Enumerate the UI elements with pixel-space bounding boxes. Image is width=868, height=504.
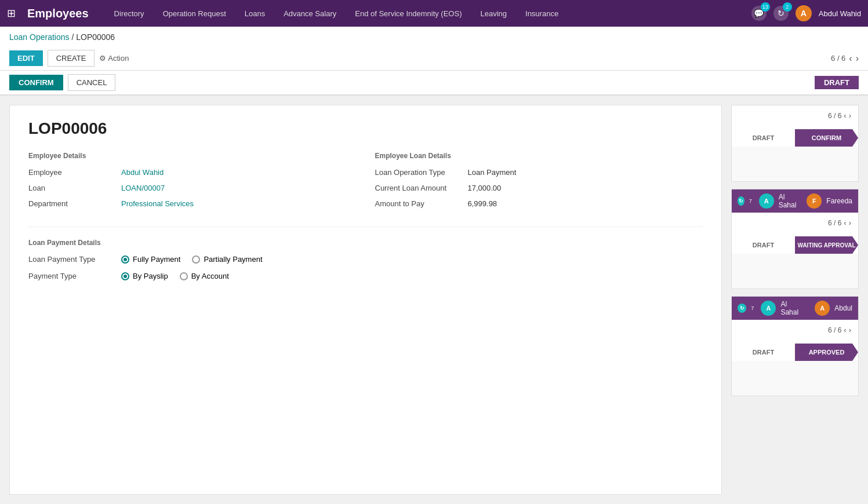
- nav-advance-salary[interactable]: Advance Salary: [279, 9, 341, 18]
- mini-card-3: ↻ 7 A Al Sahal A Abdul 6 / 6 ‹ › DRAFT: [731, 296, 859, 396]
- payment-details-header: Loan Payment Details: [28, 239, 703, 247]
- mini-user2-avatar-3: A: [815, 301, 830, 316]
- form-id: LOP00006: [28, 119, 703, 138]
- mini-user-bar-2: ↻ 7 A Al Sahal F Fareeda: [732, 189, 858, 213]
- action-bar: CONFIRM CANCEL DRAFT: [0, 71, 868, 96]
- draft-status-2: DRAFT: [732, 236, 795, 254]
- payment-type-radio-group: Fully Payment Partially Payment: [121, 255, 263, 264]
- by-payslip-radio[interactable]: [121, 272, 129, 280]
- mini-status-bar-1: DRAFT CONFIRM: [732, 129, 858, 147]
- mini-pagination-1-label: 6 / 6: [828, 112, 841, 120]
- mini-card-3-top: 6 / 6 ‹ ›: [732, 320, 858, 344]
- amount-to-pay-label: Amount to Pay: [375, 199, 468, 208]
- loan-operation-type-label: Loan Operation Type: [375, 168, 468, 177]
- messages-icon[interactable]: 💬 13: [751, 6, 767, 21]
- by-account-label: By Account: [191, 272, 229, 280]
- updates-icon[interactable]: ↻ 2: [773, 6, 789, 21]
- mini-next-3[interactable]: ›: [849, 326, 851, 334]
- mini-pagination-2: 6 / 6 ‹ ›: [739, 218, 851, 227]
- content-layout: LOP00006 Employee Details Employee Abdul…: [0, 96, 868, 504]
- by-payslip-label: By Payslip: [133, 272, 168, 280]
- breadcrumb-parent[interactable]: Loan Operations: [9, 32, 70, 42]
- form-sections: Employee Details Employee Abdul Wahid Lo…: [28, 152, 703, 215]
- mini-pagination-1: 6 / 6 ‹ ›: [739, 111, 851, 120]
- mini-bottom-1: [732, 147, 858, 181]
- mini-next-1[interactable]: ›: [849, 111, 851, 120]
- amount-to-pay-field: Amount to Pay 6,999.98: [375, 199, 703, 208]
- confirm-button[interactable]: CONFIRM: [9, 75, 63, 90]
- cancel-button[interactable]: CANCEL: [68, 74, 116, 91]
- employee-details-section: Employee Details Employee Abdul Wahid Lo…: [28, 152, 357, 215]
- loan-value[interactable]: LOAN/00007: [121, 184, 165, 192]
- employee-label: Employee: [28, 168, 121, 177]
- employee-value[interactable]: Abdul Wahid: [121, 168, 164, 177]
- nav-loans[interactable]: Loans: [240, 9, 270, 18]
- mini-bottom-2: [732, 254, 858, 288]
- fully-payment-radio[interactable]: [121, 255, 129, 264]
- loan-operation-type-field: Loan Operation Type Loan Payment: [375, 168, 703, 177]
- employee-loan-details-header: Employee Loan Details: [375, 152, 703, 160]
- amount-to-pay-value: 6,999.98: [468, 199, 497, 208]
- divider: [28, 227, 703, 227]
- mini-prev-1[interactable]: ‹: [844, 111, 846, 120]
- by-payslip-option[interactable]: By Payslip: [121, 272, 168, 280]
- mini-status-bar-3: DRAFT APPROVED: [732, 344, 858, 361]
- payment-details-section: Loan Payment Details Loan Payment Type F…: [28, 239, 703, 280]
- mini-badge-count-3: 7: [751, 305, 754, 311]
- status-badge: DRAFT: [815, 76, 859, 89]
- next-page-button[interactable]: ›: [856, 53, 859, 64]
- partially-payment-option[interactable]: Partially Payment: [192, 255, 262, 264]
- mini-bottom-3: [732, 361, 858, 396]
- mini-badge-count-2: 7: [749, 198, 752, 204]
- top-navigation: ⊞ Employees Directory Operation Request …: [0, 0, 868, 27]
- partially-payment-radio[interactable]: [192, 255, 200, 264]
- employee-field: Employee Abdul Wahid: [28, 168, 357, 177]
- nav-operation-request[interactable]: Operation Request: [158, 9, 231, 18]
- breadcrumb: Loan Operations / LOP00006: [9, 32, 859, 42]
- grid-menu-icon[interactable]: ⊞: [7, 7, 16, 20]
- mini-card-2: ↻ 7 A Al Sahal F Fareeda 6 / 6 ‹ › DRAFT: [731, 189, 859, 289]
- nav-icons: 💬 13 ↻ 2 A Abdul Wahid: [751, 5, 861, 21]
- mini-user2-name-3: Abdul: [834, 304, 852, 312]
- mini-prev-2[interactable]: ‹: [844, 218, 846, 227]
- waiting-status-2: WAITING APPROVAL: [795, 236, 858, 254]
- mini-status-bar-2: DRAFT WAITING APPROVAL: [732, 236, 858, 254]
- payment-method-label: Payment Type: [28, 272, 121, 280]
- confirm-status-1: CONFIRM: [795, 129, 858, 147]
- loan-label: Loan: [28, 184, 121, 192]
- nav-eos[interactable]: End of Service Indemnity (EOS): [350, 9, 466, 18]
- by-account-option[interactable]: By Account: [180, 272, 229, 280]
- current-loan-amount-value: 17,000.00: [468, 184, 502, 192]
- edit-button[interactable]: EDIT: [9, 50, 43, 66]
- department-field: Department Professional Services: [28, 199, 357, 208]
- mini-next-2[interactable]: ›: [849, 218, 851, 227]
- mini-card-1-top: 6 / 6 ‹ ›: [732, 105, 858, 129]
- department-value[interactable]: Professional Services: [121, 199, 194, 208]
- mini-badge-2: ↻: [738, 196, 744, 206]
- mini-user2-name-2: Fareeda: [826, 197, 852, 205]
- pagination-label: 6 / 6: [831, 54, 845, 63]
- mini-user2-avatar-2: F: [807, 193, 822, 209]
- user-name[interactable]: Abdul Wahid: [819, 9, 861, 18]
- mini-card-2-top: 6 / 6 ‹ ›: [732, 213, 858, 236]
- breadcrumb-current: LOP00006: [76, 32, 115, 42]
- loan-operation-type-value: Loan Payment: [468, 168, 517, 177]
- prev-page-button[interactable]: ‹: [849, 53, 852, 64]
- mini-pagination-2-label: 6 / 6: [828, 219, 841, 227]
- mini-user-bar-3: ↻ 7 A Al Sahal A Abdul: [732, 297, 858, 320]
- mini-prev-3[interactable]: ‹: [844, 326, 846, 334]
- main-area: Loan Operations / LOP00006 EDIT CREATE ⚙…: [0, 27, 868, 504]
- user-avatar[interactable]: A: [796, 5, 812, 21]
- department-label: Department: [28, 199, 121, 208]
- action-button[interactable]: ⚙ Action: [99, 54, 129, 63]
- nav-leaving[interactable]: Leaving: [475, 9, 511, 18]
- by-account-radio[interactable]: [180, 272, 188, 280]
- draft-status-3: DRAFT: [732, 344, 795, 361]
- app-name: Employees: [27, 7, 89, 20]
- fully-payment-option[interactable]: Fully Payment: [121, 255, 180, 264]
- right-panel: 6 / 6 ‹ › DRAFT CONFIRM ↻ 7 A Al Sahal: [731, 105, 859, 495]
- create-button[interactable]: CREATE: [48, 50, 95, 67]
- nav-insurance[interactable]: Insurance: [521, 9, 563, 18]
- nav-directory[interactable]: Directory: [110, 9, 149, 18]
- employee-loan-details-section: Employee Loan Details Loan Operation Typ…: [375, 152, 703, 215]
